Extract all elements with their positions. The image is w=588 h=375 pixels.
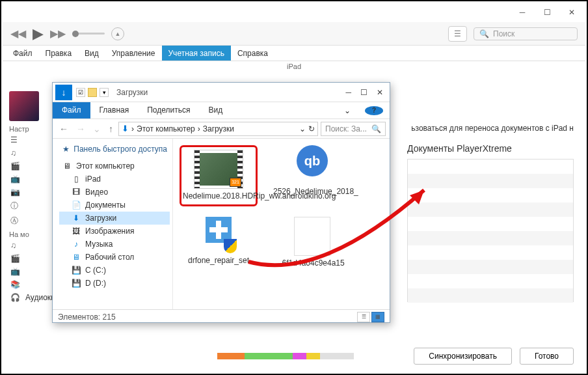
- search-input[interactable]: 🔍 Поиск: [474, 27, 578, 40]
- up-button[interactable]: ↑: [106, 124, 116, 134]
- nav-device-books[interactable]: 📚: [10, 280, 51, 289]
- explorer-address-bar: ← → ⌄ ↑ ⬇ › Этот компьютер › Загрузки ⌄ …: [53, 119, 390, 139]
- address-input[interactable]: ⬇ › Этот компьютер › Загрузки ⌄ ↻: [118, 122, 318, 136]
- section-settings: Настр: [9, 125, 51, 133]
- tree-desktop[interactable]: 🖥Рабочий стол: [59, 251, 170, 264]
- nav-device-music[interactable]: ♫: [10, 241, 51, 250]
- explorer-app-icon[interactable]: ↓: [55, 85, 72, 100]
- airplay-icon[interactable]: ▲: [111, 27, 124, 40]
- nav-device-movies[interactable]: 🎬: [10, 254, 51, 263]
- maximize-button[interactable]: ☐: [539, 5, 555, 20]
- music-icon: ♪: [71, 240, 81, 249]
- menu-help[interactable]: Справка: [231, 46, 274, 61]
- ribbon-view-tab[interactable]: Вид: [199, 102, 232, 118]
- details-view-button[interactable]: ☰: [357, 312, 370, 322]
- explorer-maximize-button[interactable]: ☐: [360, 88, 368, 97]
- tree-ipad[interactable]: ▯iPad: [59, 173, 170, 186]
- explorer-search-input[interactable]: Поиск: За... 🔍: [321, 122, 386, 136]
- desktop-icon: 🖥: [71, 253, 81, 262]
- breadcrumb-pc[interactable]: Этот компьютер: [137, 124, 195, 133]
- video-thumbnail: 321: [194, 150, 243, 189]
- explorer-close-button[interactable]: ✕: [377, 88, 383, 97]
- menu-file[interactable]: Файл: [7, 46, 39, 61]
- nav-apps[interactable]: Ⓐ: [10, 215, 51, 227]
- star-icon: ★: [62, 145, 70, 154]
- file-item-video[interactable]: 321 Nedelimue.2018.HDRip_ww.androidkino.…: [180, 145, 258, 206]
- nav-info[interactable]: ⓘ: [10, 201, 51, 212]
- sync-button[interactable]: Синхронизировать: [414, 348, 512, 365]
- menu-account[interactable]: Учетная запись: [162, 46, 231, 61]
- file-item-drfone[interactable]: drfone_repair_set: [180, 217, 258, 269]
- close-button[interactable]: ✕: [563, 5, 580, 20]
- mpc-badge-icon: 321: [230, 178, 241, 187]
- tree-drive-c[interactable]: 💾C (C:): [59, 264, 170, 277]
- device-header: iPad: [3, 61, 585, 72]
- refresh-icon[interactable]: ↻: [308, 124, 315, 133]
- tree-pictures[interactable]: 🖼Изображения: [59, 225, 170, 238]
- nav-audiobooks[interactable]: 🎧 Аудиокниги: [10, 293, 51, 302]
- explorer-title: Загрузки: [116, 88, 148, 97]
- nav-movies[interactable]: 🎬: [10, 161, 51, 171]
- device-thumbnail[interactable]: [9, 91, 39, 121]
- play-button[interactable]: ▶: [33, 25, 44, 42]
- section-on-device: На мо: [9, 230, 51, 238]
- volume-control[interactable]: [72, 33, 105, 35]
- search-icon: 🔍: [479, 29, 489, 38]
- file-item-torrent[interactable]: qb 2526_Nedelimue_2018_: [273, 145, 351, 206]
- file-label: .6f1d4a04c9e4a15: [273, 258, 351, 269]
- tree-downloads[interactable]: ⬇Загрузки: [59, 212, 170, 225]
- search-placeholder: Поиск: [493, 29, 514, 38]
- nav-summary[interactable]: ☰: [10, 135, 51, 145]
- nav-tv[interactable]: 📺: [10, 174, 51, 184]
- forward-button[interactable]: →: [74, 124, 88, 134]
- qat-folder-icon[interactable]: [88, 88, 97, 97]
- nav-device-tv[interactable]: 📺: [10, 267, 51, 276]
- explorer-titlebar: ↓ ☑ ▾ Загрузки ─ ☐ ✕: [53, 83, 390, 102]
- explorer-file-list: 321 Nedelimue.2018.HDRip_ww.androidkino.…: [173, 139, 390, 309]
- nav-music[interactable]: ♫: [10, 148, 51, 158]
- drive-icon: 💾: [71, 279, 81, 288]
- search-icon: 🔍: [371, 124, 381, 133]
- file-item-blank[interactable]: .6f1d4a04c9e4a15: [273, 217, 351, 269]
- drfone-icon: [200, 217, 237, 253]
- menu-edit[interactable]: Правка: [39, 46, 79, 61]
- explorer-window: ↓ ☑ ▾ Загрузки ─ ☐ ✕ Файл Главная Подели…: [52, 82, 390, 323]
- prev-button[interactable]: ◀◀: [10, 27, 26, 40]
- nav-photos[interactable]: 📷: [10, 188, 51, 197]
- done-button[interactable]: Готово: [520, 348, 574, 365]
- ribbon-share-tab[interactable]: Поделиться: [138, 102, 199, 118]
- tree-quick-access[interactable]: ★Панель быстрого доступа: [59, 143, 170, 156]
- itunes-sidebar: Настр ☰ ♫ 🎬 📺 📷 ⓘ Ⓐ На мо ♫ 🎬 📺 📚 🎧 Ауди…: [9, 91, 51, 302]
- file-label: Nedelimue.2018.HDRip_ww.androidkino.org: [183, 191, 254, 202]
- help-icon[interactable]: ?: [365, 106, 383, 115]
- recent-dropdown[interactable]: ⌄: [90, 124, 103, 134]
- explorer-minimize-button[interactable]: ─: [345, 88, 351, 97]
- storage-bar: [217, 353, 354, 359]
- file-label: 2526_Nedelimue_2018_: [273, 187, 351, 197]
- breadcrumb-downloads[interactable]: Загрузки: [203, 124, 234, 133]
- list-view-button[interactable]: ☰: [448, 26, 467, 42]
- back-button[interactable]: ←: [57, 124, 71, 134]
- ribbon-file-tab[interactable]: Файл: [53, 102, 90, 118]
- documents-list[interactable]: [407, 159, 574, 302]
- icons-view-button[interactable]: ▦: [371, 312, 384, 322]
- next-button[interactable]: ▶▶: [50, 27, 66, 40]
- tree-video[interactable]: 🎞Видео: [59, 186, 170, 199]
- ribbon-expand-icon[interactable]: ⌄: [335, 103, 360, 118]
- tree-music[interactable]: ♪Музыка: [59, 238, 170, 251]
- qbittorrent-icon: qb: [293, 145, 332, 184]
- menu-controls[interactable]: Управление: [105, 46, 162, 61]
- tree-this-pc[interactable]: 🖥Этот компьютер: [59, 160, 170, 173]
- qat-dropdown-icon[interactable]: ▾: [100, 88, 109, 97]
- bottom-bar: Синхронизировать Готово: [414, 348, 574, 365]
- tree-documents[interactable]: 📄Документы: [59, 199, 170, 212]
- tree-drive-d[interactable]: 💾D (D:): [59, 277, 170, 290]
- explorer-tree: ★Панель быстрого доступа 🖥Этот компьютер…: [53, 139, 173, 309]
- itunes-toolbar: ◀◀ ▶ ▶▶ ▲ ☰ 🔍 Поиск: [3, 22, 585, 46]
- minimize-button[interactable]: ─: [514, 5, 531, 20]
- qat-props-icon[interactable]: ☑: [76, 88, 85, 97]
- menu-view[interactable]: Вид: [78, 46, 105, 61]
- pictures-icon: 🖼: [71, 227, 81, 236]
- drive-icon: 💾: [71, 266, 81, 275]
- ribbon-home-tab[interactable]: Главная: [90, 102, 139, 118]
